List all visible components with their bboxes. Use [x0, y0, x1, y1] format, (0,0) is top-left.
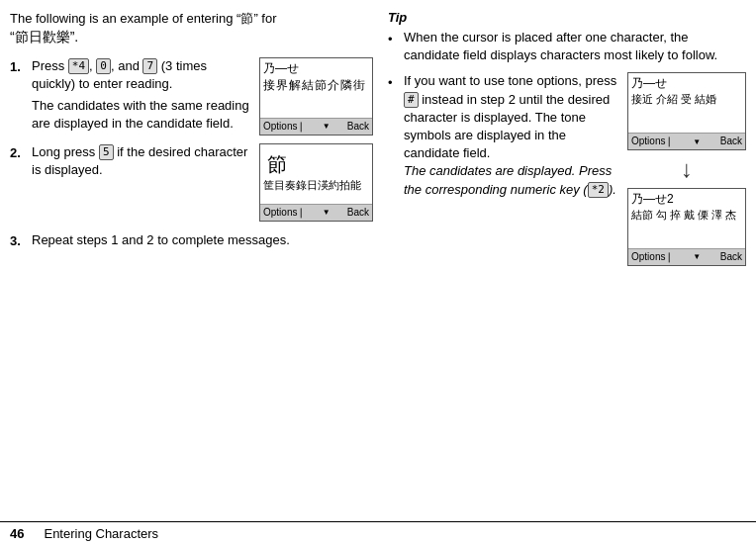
right-column: Tip • When the cursor is placed after on…	[383, 10, 746, 521]
step-3-text: Repeat steps 1 and 2 to complete message…	[32, 232, 290, 247]
screen-3-bottom-bar: Options❘ ▼ Back	[628, 133, 745, 149]
intro-char2: “節日歡樂”.	[10, 29, 78, 45]
main-content: The following is an example of entering …	[0, 10, 756, 521]
screen-4-scroll: ▼	[693, 251, 701, 262]
screens-right-col: 乃―せ 接近 介紹 受 結婚 Options❘ ▼ Back	[627, 72, 746, 266]
screen-4-inner: 乃―せ2 結節 勾 捽 戴 傈 澤 杰	[628, 189, 745, 248]
tip-bullet-1-text: When the cursor is placed after one char…	[404, 29, 746, 64]
tip-bullet-1: • When the cursor is placed after one ch…	[388, 29, 746, 64]
screen-3-options[interactable]: Options❘	[631, 135, 673, 148]
step-3-content: Repeat steps 1 and 2 to complete message…	[32, 231, 373, 249]
screen-1-inner: 乃―せ 接界解結節介隣街	[260, 58, 372, 118]
step-3-number: 3.	[10, 233, 28, 248]
screen-2: 節 筐目奏錄日渶約拍能 Options❘ ▼ Back	[259, 143, 373, 222]
step-1-sub: The candidates with the same reading are…	[32, 97, 251, 133]
screen-2-options[interactable]: Options❘	[263, 206, 305, 220]
intro-text-part2: ” for	[253, 11, 276, 26]
arrow-down-icon: ↓	[681, 152, 693, 186]
key-box-5: 5	[99, 144, 114, 160]
screen-4: 乃―せ2 結節 勾 捽 戴 傈 澤 杰 Options❘ ▼ Back	[627, 188, 746, 266]
screen-2-candidates: 筐目奏錄日渶約拍能	[263, 178, 369, 193]
tip-bullet-2-marker: •	[388, 74, 400, 92]
tip-bullet-1-marker: •	[388, 31, 400, 48]
step-2-main: Long press	[32, 144, 99, 159]
tip-list: • When the cursor is placed after one ch…	[388, 29, 746, 266]
screen-3-candidates: 接近 介紹 受 結婚	[631, 92, 742, 107]
tip-bullet-2-text1: If you want to use tone options, press	[404, 73, 616, 88]
tip-bullet-2-italic1: The candidates are displayed. Press the …	[404, 163, 612, 196]
screen-4-candidates: 結節 勾 捽 戴 傈 澤 杰	[631, 208, 742, 223]
page-footer: 46 Entering Characters	[0, 521, 756, 545]
page-container: The following is an example of entering …	[0, 0, 756, 545]
key-box-hash: #	[404, 92, 419, 108]
step-1-content: Press *4, 0, and 7 (3 times quickly) to …	[32, 57, 373, 136]
footer-label: Entering Characters	[44, 526, 158, 541]
intro-char1: 節	[240, 11, 253, 26]
step-2-content: Long press 5 if the desired character is…	[32, 143, 373, 222]
tip-bullet-2: • If you want to use tone options, press…	[388, 72, 746, 266]
screen-1-options[interactable]: Options❘	[263, 120, 305, 134]
screen-1-candidates: 接界解結節介隣街	[263, 77, 369, 94]
screen-4-back[interactable]: Back	[720, 250, 742, 264]
tip-bullet-2-italic2: ).	[609, 182, 616, 197]
step-3: 3. Repeat steps 1 and 2 to complete mess…	[10, 231, 373, 249]
key-box-star4: *4	[68, 58, 89, 74]
screen-3-scroll: ▼	[693, 136, 701, 147]
tip-section: Tip • When the cursor is placed after on…	[388, 10, 746, 266]
tip-bullet-2-text2: instead in step 2 until the desired char…	[404, 92, 610, 161]
screen-3-reading: 乃―せ	[631, 75, 742, 92]
tip-bullet-2-content: If you want to use tone options, press #…	[404, 72, 746, 266]
screen-3: 乃―せ 接近 介紹 受 結婚 Options❘ ▼ Back	[627, 72, 746, 150]
step-2: 2. Long press 5 if the desired character…	[10, 143, 373, 222]
screen-3-back[interactable]: Back	[720, 135, 742, 148]
screen-1-scroll: ▼	[323, 121, 331, 132]
intro-text: The following is an example of entering …	[10, 10, 373, 47]
screen-1-back[interactable]: Back	[347, 120, 369, 134]
step-1-number: 1.	[10, 59, 28, 74]
step-1-text-block: Press *4, 0, and 7 (3 times quickly) to …	[32, 57, 251, 134]
step-2-text-block: Long press 5 if the desired character is…	[32, 143, 251, 179]
screen-2-bottom-bar: Options❘ ▼ Back	[260, 204, 372, 221]
step-1-main: Press	[32, 58, 68, 73]
screen-2-back[interactable]: Back	[347, 206, 369, 220]
page-number: 46	[10, 526, 24, 541]
screen-3-inner: 乃―せ 接近 介紹 受 結婚	[628, 73, 745, 133]
screen-4-reading: 乃―せ2	[631, 191, 742, 208]
screen-4-options[interactable]: Options❘	[631, 250, 673, 264]
screen-4-bottom-bar: Options❘ ▼ Back	[628, 248, 745, 265]
tip-title: Tip	[388, 10, 746, 25]
key-box-0: 0	[96, 58, 111, 74]
screen-1-reading: 乃―せ	[263, 60, 369, 77]
key-box-7: 7	[142, 58, 157, 74]
arrow-down-area: ↓	[630, 150, 744, 188]
screen-2-char: 節	[263, 146, 369, 178]
screen-1: 乃―せ 接界解結節介隣街 Options❘ ▼ Back	[259, 57, 373, 136]
step-1-with-screen: Press *4, 0, and 7 (3 times quickly) to …	[32, 57, 373, 136]
screen-1-bottom-bar: Options❘ ▼ Back	[260, 118, 372, 135]
step-2-number: 2.	[10, 145, 28, 160]
intro-text-part1: The following is an example of entering …	[10, 11, 240, 26]
screen-2-scroll: ▼	[323, 207, 331, 218]
tip-bullet-2-text-block: If you want to use tone options, press #…	[404, 72, 619, 198]
screen-2-inner: 節 筐目奏錄日渶約拍能	[260, 144, 372, 204]
key-box-star2: *2	[588, 182, 609, 198]
left-column: The following is an example of entering …	[10, 10, 383, 521]
step-1: 1. Press *4, 0, and 7 (3 times quickly) …	[10, 57, 373, 136]
step-2-with-screen: Long press 5 if the desired character is…	[32, 143, 373, 222]
